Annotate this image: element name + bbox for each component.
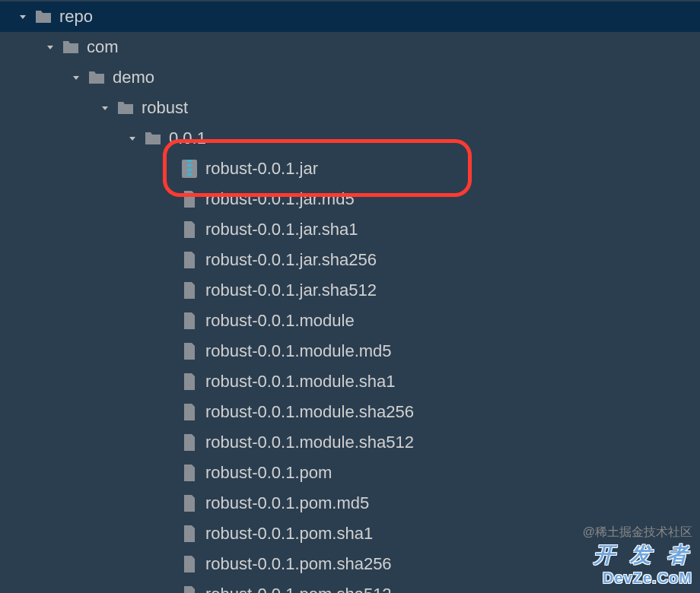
tree-label: robust-0.0.1.module.sha1 xyxy=(205,372,396,392)
file-tree: repo com demo robust xyxy=(0,0,700,593)
tree-label: robust-0.0.1.pom.sha1 xyxy=(205,524,373,544)
file-icon xyxy=(180,250,199,270)
chevron-down-icon[interactable] xyxy=(125,131,140,146)
file-icon xyxy=(180,524,199,544)
tree-label: robust-0.0.1.jar.md5 xyxy=(205,189,355,209)
tree-label: repo xyxy=(59,7,93,27)
tree-label: robust-0.0.1.pom xyxy=(205,463,332,483)
tree-label: robust-0.0.1.pom.md5 xyxy=(205,493,369,513)
chevron-down-icon[interactable] xyxy=(43,40,58,55)
file-icon xyxy=(180,463,199,483)
tree-file[interactable]: robust-0.0.1.module.sha1 xyxy=(0,366,700,397)
tree-label: robust-0.0.1.jar xyxy=(205,159,318,179)
tree-label: demo xyxy=(113,68,154,87)
file-icon xyxy=(180,493,199,513)
tree-folder-robust[interactable]: robust xyxy=(0,93,700,123)
tree-file[interactable]: robust-0.0.1.pom.sha256 xyxy=(0,549,700,579)
file-icon xyxy=(180,433,199,452)
tree-label: robust-0.0.1.module xyxy=(205,311,355,331)
archive-icon xyxy=(180,159,199,179)
file-icon xyxy=(180,554,199,574)
folder-icon xyxy=(116,98,135,118)
file-icon xyxy=(180,189,199,209)
chevron-down-icon[interactable] xyxy=(15,9,30,24)
tree-file[interactable]: robust-0.0.1.jar.sha256 xyxy=(0,245,700,275)
tree-label: robust-0.0.1.jar.sha256 xyxy=(205,250,377,270)
chevron-down-icon[interactable] xyxy=(97,100,113,116)
file-icon xyxy=(180,311,199,331)
tree-file[interactable]: robust-0.0.1.pom.sha512 xyxy=(0,579,700,593)
tree-file[interactable]: robust-0.0.1.pom xyxy=(0,458,700,488)
file-icon xyxy=(180,372,199,392)
tree-file[interactable]: robust-0.0.1.pom.sha1 xyxy=(0,518,700,549)
tree-file[interactable]: robust-0.0.1.module.sha256 xyxy=(0,397,700,427)
tree-folder-demo[interactable]: demo xyxy=(0,62,700,93)
file-icon xyxy=(180,585,199,593)
tree-label: robust-0.0.1.pom.sha512 xyxy=(205,585,392,593)
file-icon xyxy=(180,281,199,300)
chevron-down-icon[interactable] xyxy=(68,70,84,85)
tree-file-jar[interactable]: robust-0.0.1.jar xyxy=(0,154,700,184)
tree-label: robust-0.0.1.jar.sha512 xyxy=(205,281,377,300)
tree-label: robust xyxy=(142,98,188,118)
tree-label: com xyxy=(87,37,119,57)
tree-label: robust-0.0.1.module.sha256 xyxy=(205,402,414,422)
tree-file[interactable]: robust-0.0.1.jar.md5 xyxy=(0,184,700,214)
tree-label: 0.0.1 xyxy=(169,128,206,148)
folder-icon xyxy=(61,37,81,57)
tree-label: robust-0.0.1.module.md5 xyxy=(205,341,392,361)
file-icon xyxy=(180,341,199,361)
tree-label: robust-0.0.1.jar.sha1 xyxy=(205,220,358,239)
tree-label: robust-0.0.1.module.sha512 xyxy=(205,433,414,452)
file-icon xyxy=(180,402,199,422)
folder-icon xyxy=(143,128,163,148)
tree-folder-version[interactable]: 0.0.1 xyxy=(0,123,700,154)
file-icon xyxy=(180,220,199,239)
folder-icon xyxy=(87,68,107,87)
tree-folder-com[interactable]: com xyxy=(0,32,700,62)
tree-file[interactable]: robust-0.0.1.jar.sha512 xyxy=(0,275,700,306)
tree-folder-repo[interactable]: repo xyxy=(0,2,700,32)
tree-file[interactable]: robust-0.0.1.module.sha512 xyxy=(0,427,700,458)
tree-label: robust-0.0.1.pom.sha256 xyxy=(205,554,392,574)
folder-icon xyxy=(33,7,53,27)
tree-file[interactable]: robust-0.0.1.module.md5 xyxy=(0,336,700,366)
tree-file[interactable]: robust-0.0.1.jar.sha1 xyxy=(0,214,700,245)
tree-file[interactable]: robust-0.0.1.pom.md5 xyxy=(0,488,700,518)
tree-file[interactable]: robust-0.0.1.module xyxy=(0,306,700,336)
